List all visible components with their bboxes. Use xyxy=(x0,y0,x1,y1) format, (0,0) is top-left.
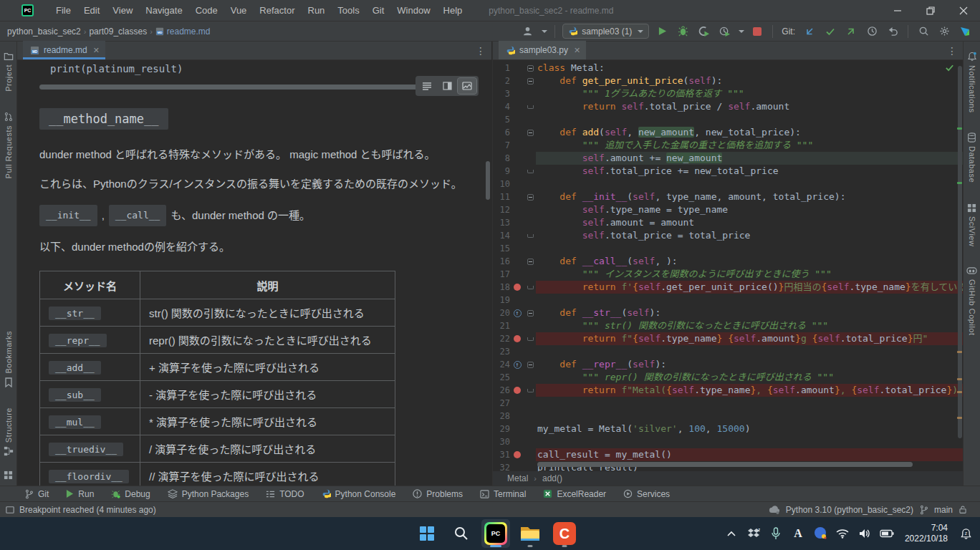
code-line[interactable]: 29my_metal = Metal('silver', 100, 15000) xyxy=(493,423,963,435)
undo-icon[interactable] xyxy=(885,24,900,39)
fold-end-icon[interactable] xyxy=(527,286,534,289)
volume-icon[interactable] xyxy=(856,524,873,544)
tool-window-button-services[interactable]: Services xyxy=(623,489,670,499)
menu-help[interactable]: Help xyxy=(437,3,469,18)
code-line[interactable]: 22 return f"{self.type_name} {self.amoun… xyxy=(493,332,963,345)
history-icon[interactable] xyxy=(864,24,880,39)
code-line[interactable]: 24↑ def __repr__(self): xyxy=(493,358,963,371)
line-number[interactable]: 27 xyxy=(493,397,510,410)
tab-close-icon[interactable]: ✕ xyxy=(574,46,580,55)
menu-navigate[interactable]: Navigate xyxy=(139,3,188,18)
menu-run[interactable]: Run xyxy=(302,3,332,18)
line-number[interactable]: 17 xyxy=(493,268,510,281)
line-number[interactable]: 14 xyxy=(493,229,510,242)
line-number[interactable]: 6 xyxy=(493,126,510,139)
line-number[interactable]: 10 xyxy=(493,178,510,190)
tool-window-button-python-packages[interactable]: Python Packages xyxy=(168,489,249,499)
browser-sphere-icon[interactable] xyxy=(812,524,829,544)
fold-end-icon[interactable] xyxy=(527,337,534,341)
code-line[interactable]: 25 """ repr() 関数の引数になったときに呼び出される """ xyxy=(493,371,963,384)
line-number[interactable]: 24 xyxy=(493,358,510,371)
code-line[interactable]: 26 return f"Metal({self.type_name}, {sel… xyxy=(493,384,963,397)
line-number[interactable]: 23 xyxy=(493,345,510,358)
code-line[interactable]: 31call_result = my_metal() xyxy=(493,448,963,461)
show-editor-only-icon[interactable] xyxy=(418,78,436,94)
tool-window-button-git[interactable]: Git xyxy=(24,489,49,499)
code-line[interactable]: 10 xyxy=(493,178,963,190)
line-number[interactable]: 1 xyxy=(493,62,510,74)
breakpoint-icon[interactable] xyxy=(514,387,521,394)
line-number[interactable]: 29 xyxy=(493,423,510,435)
line-number[interactable]: 30 xyxy=(493,435,510,448)
user-icon[interactable] xyxy=(519,24,535,39)
breakpoint-icon[interactable] xyxy=(514,335,521,342)
commit-icon[interactable] xyxy=(822,24,838,39)
taskbar-search-button[interactable] xyxy=(447,519,476,548)
breadcrumb-item[interactable]: part09_classes xyxy=(89,26,147,37)
wifi-icon[interactable] xyxy=(834,524,851,544)
line-number[interactable]: 26 xyxy=(493,384,510,397)
lock-icon[interactable] xyxy=(959,505,967,514)
line-number[interactable]: 22 xyxy=(493,332,510,345)
code-line[interactable]: 9 self.total_price += new_total_price xyxy=(493,165,963,178)
tab-close-icon[interactable]: ✕ xyxy=(93,46,100,55)
tab-sample03-py[interactable]: sample03.py ✕ xyxy=(499,41,586,59)
menu-git[interactable]: Git xyxy=(366,3,391,18)
breadcrumb-item[interactable]: python_basic_sec2 xyxy=(7,26,81,37)
maximize-button[interactable] xyxy=(914,0,947,21)
line-number[interactable]: 25 xyxy=(493,371,510,384)
line-number[interactable]: 31 xyxy=(493,448,510,461)
fold-marker-icon[interactable] xyxy=(527,310,534,317)
interpreter-label[interactable]: Python 3.10 (python_basic_sec2) xyxy=(786,505,913,515)
push-icon[interactable] xyxy=(843,24,859,39)
tab-readme-md[interactable]: MD readme.md ✕ xyxy=(23,41,105,59)
taskbar-camtasia-button[interactable]: C xyxy=(550,519,579,548)
popup-indicator-icon[interactable] xyxy=(6,506,14,514)
show-editor-and-preview-icon[interactable] xyxy=(438,78,456,94)
tool-window-button-problems[interactable]: Problems xyxy=(413,489,463,499)
code-line[interactable]: 15 xyxy=(493,242,963,255)
breadcrumb-item[interactable]: MDreadme.md xyxy=(155,26,211,37)
code-line[interactable]: 16 def __call__(self, ): xyxy=(493,255,963,268)
stripe-item-notifications[interactable]: Notifications xyxy=(967,52,977,112)
inspections-ok-icon[interactable] xyxy=(945,63,954,72)
line-number[interactable]: 4 xyxy=(493,100,510,113)
line-number[interactable]: 3 xyxy=(493,87,510,100)
coverage-dropdown-icon[interactable] xyxy=(739,30,744,33)
tab-options-icon[interactable]: ⋮ xyxy=(476,45,486,57)
line-number[interactable]: 7 xyxy=(493,139,510,152)
code-line[interactable]: 28 xyxy=(493,410,963,423)
code-line[interactable]: 2 def get_per_unit_price(self): xyxy=(493,74,963,87)
stripe-item-structure[interactable]: Structure xyxy=(4,407,14,456)
menu-view[interactable]: View xyxy=(106,3,139,18)
preview-scrollbar[interactable] xyxy=(486,161,490,200)
tool-window-switcher-icon[interactable] xyxy=(4,471,13,480)
breakpoint-icon[interactable] xyxy=(514,451,521,458)
editor-hscrollbar[interactable] xyxy=(537,462,913,467)
stripe-item-database[interactable]: Database xyxy=(967,132,976,183)
menu-vue[interactable]: Vue xyxy=(224,3,254,18)
user-dropdown-icon[interactable] xyxy=(542,30,547,33)
taskbar-clock[interactable]: 7:04 2022/10/18 xyxy=(905,523,948,544)
tool-window-button-debug[interactable]: Debug xyxy=(111,489,150,499)
fold-end-icon[interactable] xyxy=(527,389,534,392)
line-number[interactable]: 28 xyxy=(493,410,510,423)
fold-end-icon[interactable] xyxy=(527,234,534,238)
taskbar-pycharm-button[interactable]: PC xyxy=(481,519,510,548)
fold-marker-icon[interactable] xyxy=(527,65,534,72)
minimize-button[interactable] xyxy=(881,0,914,21)
tool-window-button-python-console[interactable]: Python Console xyxy=(322,489,396,499)
code-line[interactable]: 17 """ インスタンスを関数のように呼び出すときに使う """ xyxy=(493,268,963,281)
code-line[interactable]: 30 xyxy=(493,435,963,448)
stripe-item-project[interactable]: Project xyxy=(4,52,14,92)
fold-marker-icon[interactable] xyxy=(527,78,534,85)
line-number[interactable]: 2 xyxy=(493,74,510,87)
line-number[interactable]: 19 xyxy=(493,294,510,307)
breadcrumb-item[interactable]: Metal xyxy=(507,473,528,483)
menu-code[interactable]: Code xyxy=(189,3,224,18)
code-line[interactable]: 19 xyxy=(493,294,963,307)
taskbar-explorer-button[interactable] xyxy=(516,519,544,548)
coverage-icon[interactable] xyxy=(716,24,732,39)
show-preview-only-icon[interactable] xyxy=(458,78,476,94)
stripe-item-pull-requests[interactable]: Pull Requests xyxy=(4,112,13,178)
